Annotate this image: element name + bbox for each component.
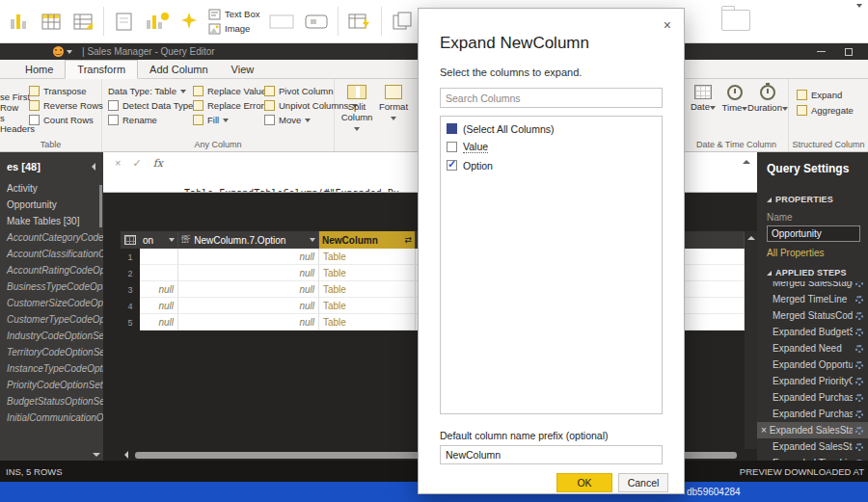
prefix-input[interactable] (440, 445, 663, 464)
use-first-row-button[interactable]: se First Row s Headers (0, 92, 39, 134)
scroll-left-icon[interactable] (124, 451, 128, 459)
cell[interactable] (140, 249, 178, 265)
step-settings-gear-icon[interactable] (855, 427, 863, 435)
step-settings-gear-icon[interactable] (855, 410, 863, 418)
properties-section-header[interactable]: PROPERTIES (757, 195, 868, 204)
expand-column-icon[interactable]: ⇄ (404, 235, 412, 245)
cell[interactable]: null (178, 314, 319, 330)
cancel-button[interactable]: Cancel (618, 473, 668, 492)
collapse-pane-icon[interactable] (92, 163, 95, 171)
table-visual-icon[interactable] (40, 10, 63, 33)
cancel-formula-icon[interactable]: × (115, 157, 121, 169)
applied-step[interactable]: Expanded OpportunityRati... (757, 357, 868, 373)
checkbox-checked-icon[interactable] (447, 160, 457, 171)
tab-add-column[interactable]: Add Column (138, 61, 220, 78)
cell[interactable]: null (140, 298, 178, 314)
text-box-button[interactable]: Text Box (208, 9, 259, 20)
step-settings-gear-icon[interactable] (855, 361, 863, 369)
applied-steps-section-header[interactable]: APPLIED STEPS (757, 268, 868, 277)
cell[interactable]: Table (319, 265, 416, 281)
feedback-smiley-icon[interactable] (53, 46, 64, 57)
step-settings-gear-icon[interactable] (855, 296, 863, 304)
buttons-icon[interactable] (304, 10, 329, 33)
tab-home[interactable]: Home (14, 61, 65, 78)
cell[interactable]: Table (319, 249, 416, 265)
quick-access-caret-icon[interactable] (67, 50, 72, 54)
scroll-up-icon[interactable] (747, 236, 755, 240)
applied-step[interactable]: Merged StatusCode (757, 307, 868, 324)
query-item[interactable]: CustomerSizeCodeOptio... (0, 295, 103, 311)
query-item[interactable]: TerritoryCodeOptionSet (0, 344, 103, 360)
applied-step[interactable]: Expanded PurchaseProcess (757, 389, 868, 406)
refresh-table-icon[interactable] (347, 10, 372, 33)
row-number[interactable]: 1 (121, 249, 140, 265)
sparkle-icon[interactable] (178, 10, 200, 33)
pages-icon[interactable] (391, 10, 416, 33)
vertical-scrollbar[interactable] (745, 231, 757, 449)
minimize-button[interactable] (817, 51, 826, 52)
image-button[interactable]: Image (208, 23, 259, 35)
applied-step[interactable]: Expanded BudgetStatus (757, 324, 868, 340)
row-number[interactable]: 2 (121, 265, 140, 281)
checkbox-unchecked-icon[interactable] (447, 142, 457, 152)
step-settings-gear-icon[interactable] (855, 394, 863, 402)
duration-button[interactable]: Duration (746, 82, 789, 113)
applied-step[interactable]: Expanded PriorityCode (757, 373, 868, 389)
new-visual-icon[interactable] (145, 10, 170, 33)
aggregate-button[interactable]: Aggregate (797, 104, 854, 117)
table-link[interactable]: Table (323, 301, 346, 311)
step-settings-gear-icon[interactable] (855, 281, 863, 287)
applied-step-selected[interactable]: ×Expanded SalesStage (757, 422, 868, 438)
row-number[interactable]: 5 (121, 314, 140, 330)
query-item[interactable]: InstanceTypeCodeOptio... (0, 360, 103, 377)
matrix-visual-icon[interactable] (71, 10, 95, 33)
applied-step[interactable]: Expanded SalesStageCode (757, 438, 868, 455)
transpose-button[interactable]: Transpose (29, 85, 87, 97)
tab-transform[interactable]: Transform (65, 60, 138, 79)
fill-button[interactable]: Fill (193, 114, 229, 126)
replace-errors-button[interactable]: Replace Errors (193, 99, 268, 112)
table-link[interactable]: Table (323, 251, 346, 262)
data-type-button[interactable]: Data Type: Table (108, 85, 186, 97)
cell[interactable]: null (178, 281, 319, 298)
applied-step[interactable]: Merged TimeLine (757, 291, 868, 307)
table-link[interactable]: Table (323, 317, 346, 328)
table-link[interactable]: Table (323, 268, 346, 278)
query-group[interactable]: Make Tables [30] (0, 213, 103, 229)
cell[interactable]: null (140, 314, 178, 330)
query-name-input[interactable] (767, 225, 860, 242)
step-settings-gear-icon[interactable] (855, 443, 863, 451)
row-number[interactable]: 3 (121, 281, 140, 298)
expand-formula-bar-icon[interactable] (736, 152, 757, 192)
step-settings-gear-icon[interactable] (855, 378, 863, 385)
split-column-button[interactable]: Split Column (340, 82, 373, 133)
move-button[interactable]: Move (264, 114, 311, 126)
cell[interactable]: null (140, 281, 178, 298)
query-item[interactable]: BusinessTypeCodeOptio... (0, 278, 103, 295)
text-type-icon[interactable]: ABC123 (181, 236, 190, 244)
column-header-option[interactable]: ABC123NewColumn.7.Option (178, 231, 319, 249)
tab-view[interactable]: View (220, 61, 266, 78)
detect-data-type-button[interactable]: Detect Data Type (108, 99, 193, 112)
applied-step[interactable]: Expanded PurchaseTimefr... (757, 406, 868, 422)
table-link[interactable]: Table (323, 284, 346, 295)
count-rows-button[interactable]: Count Rows (29, 114, 94, 126)
option-option[interactable]: Option (441, 156, 662, 174)
column-header-newcolumn[interactable]: NewColumn⇄ (319, 231, 416, 249)
step-settings-gear-icon[interactable] (855, 312, 863, 320)
filter-caret-icon[interactable] (169, 238, 175, 242)
step-settings-gear-icon[interactable] (855, 329, 863, 336)
cell[interactable]: null (178, 249, 319, 265)
replace-values-button[interactable]: Replace Values (193, 85, 271, 97)
search-columns-input[interactable] (440, 88, 663, 108)
delete-step-icon[interactable]: × (761, 425, 767, 436)
applied-step[interactable]: Expanded Need (757, 340, 868, 357)
query-item[interactable]: AccountRatingCodeOpti... (0, 262, 103, 278)
checkbox-indeterminate-icon[interactable] (447, 123, 457, 134)
cell[interactable]: Table (319, 314, 416, 330)
reverse-rows-button[interactable]: Reverse Rows (29, 99, 103, 112)
dialog-close-icon[interactable]: × (664, 18, 671, 32)
cell[interactable]: Table (319, 298, 416, 314)
query-item[interactable]: Opportunity (0, 197, 103, 213)
query-item[interactable]: Activity (0, 180, 103, 197)
